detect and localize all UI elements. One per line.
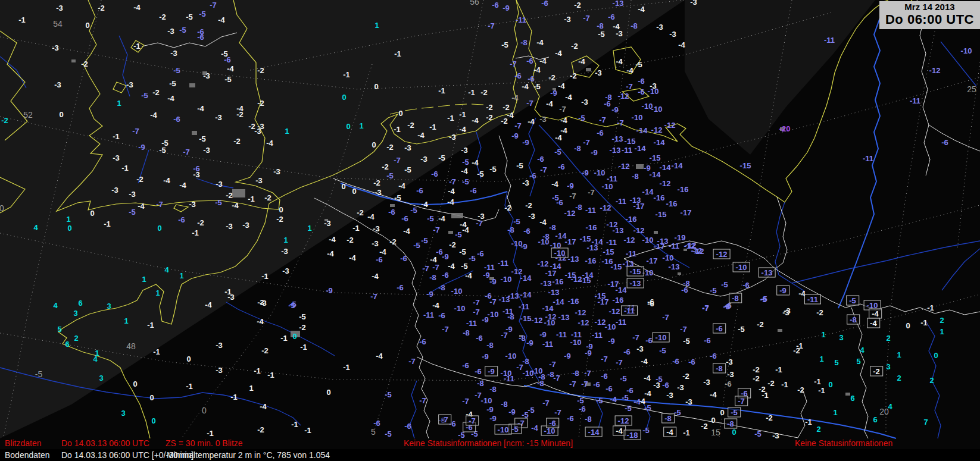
station-temperature: -8: [847, 315, 860, 325]
station-temperature: -17: [633, 202, 645, 210]
station-temperature: -5: [721, 281, 728, 288]
station-temperature: -6: [416, 187, 423, 195]
station-temperature: -5: [173, 67, 180, 74]
station-temperature: -10: [605, 323, 616, 331]
station-temperature: -3: [282, 267, 289, 275]
station-temperature: -11: [606, 239, 617, 246]
station-temperature: -12: [538, 260, 549, 268]
station-temperature: -3: [281, 247, 288, 255]
station-temperature: -17: [654, 243, 665, 250]
station-temperature: 1: [307, 224, 311, 232]
station-temperature: -8: [519, 334, 526, 342]
station-temperature: -1: [121, 164, 129, 172]
station-temperature: -4: [616, 58, 623, 65]
station-temperature: -1: [192, 229, 199, 237]
station-temperature: 1: [142, 275, 146, 283]
station-temperature: -2: [386, 143, 394, 151]
station-temperature: -6: [476, 334, 483, 342]
station-temperature: 0: [279, 206, 283, 214]
station-temperature: -12: [929, 67, 941, 74]
station-temperature: -4: [507, 111, 514, 119]
station-temperature: -6: [442, 271, 449, 279]
station-temperature: -4: [367, 213, 374, 221]
station-temperature: -2: [407, 121, 414, 129]
station-temperature: -3: [539, 115, 547, 123]
station-temperature: -17: [598, 298, 609, 306]
status-row-blitzdaten: Blitzdaten Do 14.03.13 06:00 UTC ZS = 30…: [0, 438, 980, 449]
station-temperature: -4: [565, 93, 572, 101]
station-temperature: 6: [850, 394, 854, 402]
station-temperature: 0: [186, 355, 191, 363]
station-temperature: -2: [389, 238, 397, 246]
station-temperature: -4: [150, 111, 157, 119]
station-temperature: -7: [680, 325, 687, 333]
station-temperature: -3: [461, 146, 468, 154]
station-temperature: 1: [821, 331, 825, 338]
station-temperature: -7: [438, 415, 451, 425]
station-temperature: -4: [438, 215, 445, 222]
station-temperature: -6: [546, 418, 559, 428]
station-temperature: -14: [553, 298, 564, 306]
station-temperature: -1: [818, 387, 825, 394]
station-temperature: -5: [385, 430, 392, 438]
station-temperature: -6: [608, 13, 615, 21]
station-temperature: -5: [489, 165, 497, 173]
station-temperature: -7: [583, 139, 590, 146]
station-temperature: -11: [423, 311, 434, 319]
station-temperature: -2: [753, 375, 760, 382]
station-temperature: -7: [735, 396, 748, 406]
station-temperature: -11: [669, 242, 679, 250]
boden-layer-label[interactable]: Bodendaten: [5, 450, 50, 460]
station-temperature: -3: [170, 49, 177, 57]
station-temperature: -8: [574, 145, 581, 152]
station-temperature: -1: [761, 391, 769, 399]
station-temperature: 4: [860, 346, 864, 354]
station-temperature: 1: [124, 317, 128, 325]
station-temperature: -6: [438, 312, 445, 319]
station-temperature: -16: [613, 296, 624, 304]
station-temperature: -16: [585, 257, 597, 265]
station-temperature: -6: [376, 256, 383, 264]
station-temperature: -2: [382, 163, 389, 171]
station-temperature: -3: [203, 72, 210, 80]
blitz-status-warning-2: Keine Statusinformationen: [795, 438, 892, 448]
station-temperature: 1: [833, 409, 837, 416]
station-temperature: -12: [532, 316, 543, 324]
station-temperature: -10: [632, 114, 643, 121]
station-temperature: -1: [133, 42, 141, 50]
station-temperature: -7: [542, 399, 550, 407]
station-temperature: -2: [373, 179, 380, 187]
station-temperature: -3: [216, 180, 223, 188]
station-temperature: -4: [663, 427, 676, 437]
station-temperature: -5: [596, 397, 603, 404]
station-temperature: -3: [273, 168, 280, 175]
station-temperature: -7: [370, 293, 377, 300]
station-temperature: -8: [522, 357, 529, 365]
station-temperature: -3: [373, 225, 380, 233]
station-temperature: -14: [616, 286, 627, 294]
station-temperature: -5: [404, 166, 411, 174]
station-temperature: -2: [357, 209, 364, 217]
station-temperature: -3: [669, 30, 676, 38]
station-temperature: -9: [485, 366, 498, 377]
station-temperature: -4: [536, 39, 544, 46]
station-temperature: -4: [528, 118, 535, 126]
station-temperature: -12: [595, 318, 606, 326]
station-temperature: -1: [230, 393, 238, 401]
station-temperature: -2: [767, 380, 775, 387]
station-temperature: 0: [732, 428, 736, 436]
station-temperature: -2: [299, 324, 306, 331]
station-temperature: -4: [678, 41, 685, 49]
station-temperature: -12: [575, 309, 586, 316]
station-temperature: -5: [288, 302, 295, 309]
station-temperature: -8: [429, 274, 436, 281]
station-temperature: -7: [540, 166, 547, 174]
station-temperature: -12: [618, 92, 629, 100]
station-temperature: -2: [257, 426, 264, 434]
station-temperature: -4: [555, 134, 562, 142]
blitz-layer-label[interactable]: Blitzdaten: [5, 438, 41, 448]
station-temperature: 3: [73, 309, 77, 317]
station-temperature: -9: [138, 143, 145, 151]
station-temperature: -1: [447, 114, 454, 122]
station-temperature: -4: [448, 262, 455, 270]
